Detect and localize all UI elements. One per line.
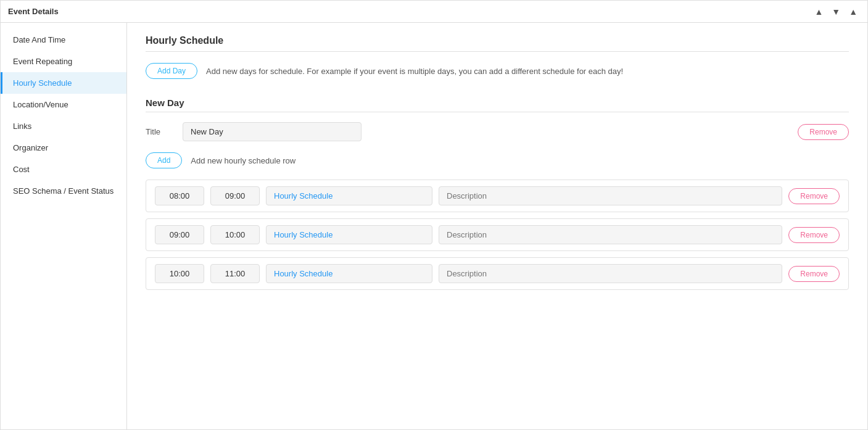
- header-up-btn[interactable]: ▲: [812, 6, 825, 18]
- add-schedule-hint: Add new hourly schedule row: [191, 156, 296, 165]
- end-time-1[interactable]: [210, 186, 260, 205]
- start-time-1[interactable]: [155, 186, 204, 205]
- section-title: Hourly Schedule: [146, 35, 849, 46]
- day-section-title: New Day: [146, 97, 849, 108]
- add-day-hint: Add new days for schedule. For example i…: [206, 67, 623, 76]
- description-1[interactable]: [439, 186, 782, 205]
- remove-row-1-button[interactable]: Remove: [788, 188, 840, 204]
- sidebar-item-links[interactable]: Links: [1, 115, 126, 137]
- title-label: Title: [146, 127, 170, 136]
- add-schedule-row: Add Add new hourly schedule row: [146, 152, 849, 168]
- remove-row-3-container: Remove: [788, 266, 840, 282]
- schedule-row-1: Remove: [146, 180, 849, 212]
- schedule-row-3: Remove: [146, 257, 849, 290]
- remove-row-2-button[interactable]: Remove: [788, 227, 840, 243]
- end-time-2[interactable]: [210, 225, 260, 244]
- header-collapse-btn[interactable]: ▲: [846, 6, 860, 18]
- sidebar-item-cost[interactable]: Cost: [1, 159, 126, 180]
- add-day-row: Add Day Add new days for schedule. For e…: [146, 63, 849, 79]
- add-schedule-button[interactable]: Add: [146, 152, 182, 168]
- header: Event Details ▲ ▼ ▲: [1, 1, 867, 23]
- header-controls: ▲ ▼ ▲: [812, 6, 860, 18]
- sidebar-item-event-repeating[interactable]: Event Repeating: [1, 51, 126, 72]
- schedule-title-3[interactable]: [266, 264, 432, 283]
- day-section: New Day Title Remove Add Add new hourly …: [146, 97, 849, 290]
- schedule-title-1[interactable]: [266, 186, 432, 205]
- content-area: Hourly Schedule Add Day Add new days for…: [127, 23, 867, 429]
- title-row: Title Remove: [146, 122, 849, 141]
- sidebar: Date And Time Event Repeating Hourly Sch…: [1, 23, 127, 429]
- sidebar-item-date-and-time[interactable]: Date And Time: [1, 29, 126, 51]
- schedule-title-2[interactable]: [266, 225, 432, 244]
- remove-day-button[interactable]: Remove: [798, 124, 849, 140]
- day-title-input[interactable]: [183, 122, 362, 141]
- sidebar-item-location-venue[interactable]: Location/Venue: [1, 94, 126, 115]
- main-layout: Date And Time Event Repeating Hourly Sch…: [1, 23, 867, 429]
- sidebar-item-organizer[interactable]: Organizer: [1, 137, 126, 159]
- header-down-btn[interactable]: ▼: [829, 6, 843, 18]
- schedule-row-2: Remove: [146, 218, 849, 251]
- sidebar-item-seo-schema[interactable]: SEO Schema / Event Status: [1, 180, 126, 202]
- day-divider: [146, 112, 849, 112]
- description-2[interactable]: [439, 225, 782, 244]
- end-time-3[interactable]: [210, 264, 260, 283]
- app-container: Event Details ▲ ▼ ▲ Date And Time Event …: [0, 0, 868, 430]
- remove-row-2-container: Remove: [788, 227, 840, 243]
- remove-row-3-button[interactable]: Remove: [788, 266, 840, 282]
- header-title: Event Details: [8, 7, 59, 16]
- add-day-button[interactable]: Add Day: [146, 63, 197, 79]
- section-divider: [146, 51, 849, 52]
- start-time-3[interactable]: [155, 264, 204, 283]
- title-left: Title: [146, 122, 362, 141]
- start-time-2[interactable]: [155, 225, 204, 244]
- description-3[interactable]: [439, 264, 782, 283]
- sidebar-item-hourly-schedule[interactable]: Hourly Schedule: [1, 72, 126, 94]
- remove-row-1-container: Remove: [788, 188, 840, 204]
